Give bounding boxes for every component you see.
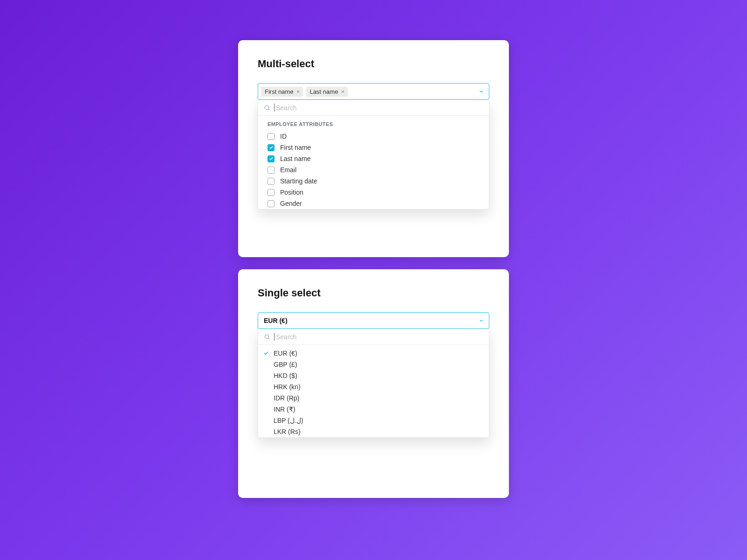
option-label: Position: [280, 189, 303, 196]
search-input[interactable]: [274, 333, 483, 341]
svg-line-7: [268, 338, 270, 339]
option-label: EUR (€): [274, 350, 297, 357]
option-label: Email: [280, 166, 296, 174]
selected-chip: First name: [261, 87, 303, 97]
svg-line-5: [268, 109, 270, 110]
multi-select-option[interactable]: Gender: [258, 198, 489, 209]
multi-select-option[interactable]: Starting date: [258, 175, 489, 187]
check-icon: [263, 350, 269, 356]
chip-label: Last name: [310, 88, 338, 95]
multi-select-option[interactable]: Position: [258, 187, 489, 198]
multi-select-title: Multi-select: [258, 58, 489, 70]
single-select-option[interactable]: HRK (kn): [258, 381, 489, 392]
selected-chip: Last name: [306, 87, 348, 97]
multi-select-dropdown: EMPLOYEE ATTRIBUTES IDFirst nameLast nam…: [258, 100, 489, 210]
option-label: ID: [280, 133, 287, 140]
chevron-down-icon[interactable]: [479, 89, 484, 94]
option-label: IDR (Rp): [274, 394, 299, 402]
multi-select-option[interactable]: ID: [258, 131, 489, 142]
single-select-option[interactable]: HKD ($): [258, 370, 489, 381]
option-label: LKR (Rs): [274, 428, 301, 435]
multi-select-option[interactable]: First name: [258, 142, 489, 153]
single-select-box: EUR (€) EUR (€)GBP (£)HKD ($)HRK (kn)IDR…: [258, 312, 489, 329]
checkbox[interactable]: [268, 189, 275, 196]
selected-chips-container: First nameLast name: [261, 87, 348, 97]
single-select-option[interactable]: LBP (ل.ل): [258, 415, 489, 426]
single-select-options: EUR (€)GBP (£)HKD ($)HRK (kn)IDR (Rp)INR…: [258, 345, 489, 437]
search-input[interactable]: [274, 104, 483, 112]
multi-select-card: Multi-select First nameLast name EMPLOYE…: [238, 40, 509, 257]
single-select-option[interactable]: GBP (£): [258, 359, 489, 370]
single-select-option[interactable]: IDR (Rp): [258, 392, 489, 404]
checkbox[interactable]: [268, 200, 275, 207]
single-select-card: Single select EUR (€) EUR (€)GBP (£)HKD …: [238, 269, 509, 498]
chevron-down-icon[interactable]: [479, 318, 484, 323]
option-label: First name: [280, 144, 311, 151]
selected-value: EUR (€): [264, 317, 288, 324]
option-label: INR (₹): [274, 406, 295, 413]
single-select-input[interactable]: EUR (€): [258, 312, 489, 329]
checkbox[interactable]: [268, 133, 275, 140]
single-select-title: Single select: [258, 287, 489, 299]
option-group-label: EMPLOYEE ATTRIBUTES: [258, 120, 489, 131]
multi-select-option[interactable]: Email: [258, 164, 489, 175]
search-row: [258, 100, 489, 116]
close-icon[interactable]: [296, 90, 300, 94]
svg-point-4: [265, 105, 268, 109]
svg-point-6: [265, 335, 268, 338]
close-icon[interactable]: [341, 90, 345, 94]
checkbox[interactable]: [268, 167, 275, 174]
search-icon: [264, 105, 270, 111]
option-label: Starting date: [280, 177, 317, 185]
option-label: LBP (ل.ل): [274, 417, 303, 424]
multi-select-input[interactable]: First nameLast name: [258, 83, 489, 100]
multi-select-options: EMPLOYEE ATTRIBUTES IDFirst nameLast nam…: [258, 116, 489, 209]
checkbox[interactable]: [268, 178, 275, 185]
chip-label: First name: [265, 88, 293, 95]
search-row: [258, 329, 489, 345]
option-label: Gender: [280, 200, 302, 207]
single-select-dropdown: EUR (€)GBP (£)HKD ($)HRK (kn)IDR (Rp)INR…: [258, 329, 489, 438]
option-label: HKD ($): [274, 372, 297, 379]
search-icon: [264, 334, 270, 340]
single-select-option[interactable]: INR (₹): [258, 404, 489, 415]
single-select-option[interactable]: EUR (€): [258, 348, 489, 359]
checkbox[interactable]: [268, 155, 275, 162]
multi-select-box: First nameLast name EMPLOYEE ATTRIBUTES …: [258, 83, 489, 100]
checkbox[interactable]: [268, 144, 275, 151]
option-label: GBP (£): [274, 361, 297, 368]
option-label: HRK (kn): [274, 383, 301, 391]
multi-select-option[interactable]: Last name: [258, 153, 489, 164]
option-label: Last name: [280, 155, 310, 162]
single-select-option[interactable]: LKR (Rs): [258, 426, 489, 437]
